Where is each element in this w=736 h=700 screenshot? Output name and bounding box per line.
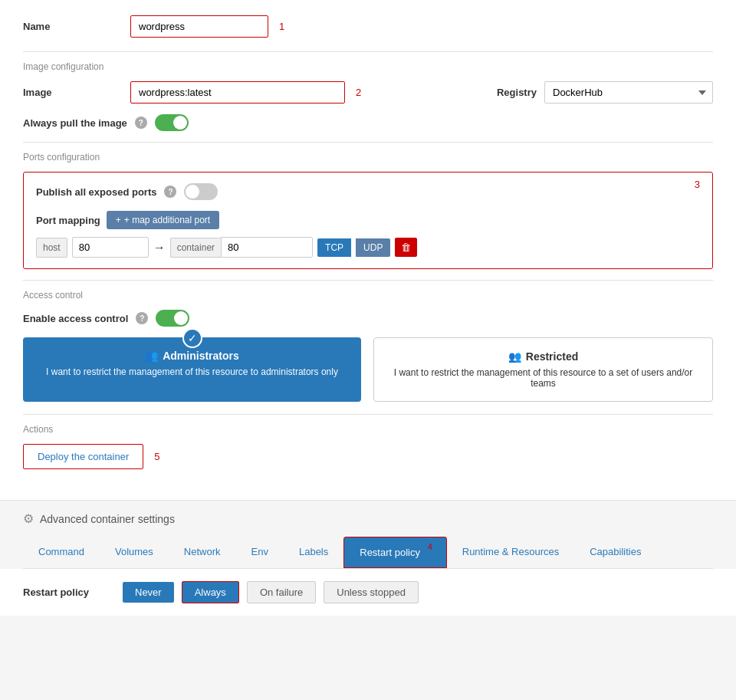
host-label: host xyxy=(36,238,67,258)
annotation-2: 2 xyxy=(356,87,361,98)
image-input[interactable] xyxy=(130,81,345,104)
registry-label: Registry xyxy=(497,87,537,98)
tab-volumes[interactable]: Volumes xyxy=(100,537,169,568)
name-input[interactable] xyxy=(130,15,268,38)
admin-card-title: 👥 Administrators xyxy=(35,350,349,362)
enable-access-label: Enable access control xyxy=(23,313,128,324)
port-mapping-label: Port mapping xyxy=(36,215,100,226)
plus-icon: + xyxy=(116,215,121,225)
always-pull-help-icon[interactable]: ? xyxy=(135,117,147,129)
admin-card-desc: I want to restrict the management of thi… xyxy=(35,366,349,377)
check-icon: ✓ xyxy=(182,328,202,348)
annotation-1: 1 xyxy=(279,21,284,32)
restart-policy-section: Restart policy Never Always On failure U… xyxy=(0,569,736,616)
host-port-input[interactable] xyxy=(72,237,149,258)
annotation-4: 4 xyxy=(428,542,432,551)
map-additional-port-button[interactable]: + + map additional port xyxy=(107,211,219,229)
gear-icon: ⚙ xyxy=(23,511,34,526)
annotation-3: 3 xyxy=(695,179,700,190)
advanced-title: ⚙ Advanced container settings xyxy=(23,511,713,526)
restart-unless-stopped-button[interactable]: Unless stopped xyxy=(324,581,419,603)
restart-always-button[interactable]: Always xyxy=(182,581,239,603)
access-cards: ✓ 👥 Administrators I want to restrict th… xyxy=(23,337,713,402)
container-label: container xyxy=(170,238,221,258)
image-config-label: Image configuration xyxy=(23,61,713,72)
restricted-card[interactable]: 👥 Restricted I want to restrict the mana… xyxy=(373,337,713,402)
always-pull-toggle[interactable] xyxy=(155,114,189,131)
restart-never-button[interactable]: Never xyxy=(123,582,174,603)
tcp-button[interactable]: TCP xyxy=(317,238,351,257)
tab-capabilities[interactable]: Capabilities xyxy=(574,537,656,568)
restricted-card-title: 👥 Restricted xyxy=(386,350,700,363)
tabs-row: Command Volumes Network Env Labels Resta… xyxy=(23,537,713,569)
restart-on-failure-button[interactable]: On failure xyxy=(247,581,316,603)
tab-labels[interactable]: Labels xyxy=(284,537,343,568)
tab-network[interactable]: Network xyxy=(169,537,236,568)
ports-config-label: Ports configuration xyxy=(23,152,713,163)
publish-label: Publish all exposed ports xyxy=(36,186,156,198)
name-label: Name xyxy=(23,21,123,32)
advanced-settings-section: ⚙ Advanced container settings Command Vo… xyxy=(0,500,736,569)
restricted-card-desc: I want to restrict the management of thi… xyxy=(386,367,700,389)
map-port-btn-label: + map additional port xyxy=(124,215,210,225)
tab-command[interactable]: Command xyxy=(23,537,100,568)
restart-policy-row: Restart policy Never Always On failure U… xyxy=(23,581,713,603)
enable-access-help-icon[interactable]: ? xyxy=(136,312,148,324)
access-control-label: Access control xyxy=(23,290,713,301)
publish-toggle[interactable] xyxy=(184,183,218,200)
always-pull-label: Always pull the image xyxy=(23,117,127,129)
publish-help-icon[interactable]: ? xyxy=(164,186,176,198)
tab-runtime-resources[interactable]: Runtime & Resources xyxy=(447,537,574,568)
restart-policy-label: Restart policy xyxy=(23,587,115,598)
deploy-container-button[interactable]: Deploy the container xyxy=(23,444,143,469)
container-port-input[interactable] xyxy=(221,237,313,258)
ports-config-box: 3 Publish all exposed ports ? Port mappi… xyxy=(23,172,713,269)
admin-card[interactable]: ✓ 👥 Administrators I want to restrict th… xyxy=(23,337,361,402)
arrow-icon: → xyxy=(153,241,166,255)
annotation-5: 5 xyxy=(154,451,159,462)
image-label: Image xyxy=(23,87,123,98)
tab-restart-policy[interactable]: Restart policy 4 xyxy=(343,537,447,568)
delete-port-button[interactable]: 🗑 xyxy=(395,238,417,257)
enable-access-toggle[interactable] xyxy=(156,310,189,327)
actions-label: Actions xyxy=(23,424,713,435)
tab-env[interactable]: Env xyxy=(236,537,284,568)
restricted-icon: 👥 xyxy=(508,350,521,363)
registry-select[interactable]: DockerHub xyxy=(544,81,713,104)
udp-button[interactable]: UDP xyxy=(356,238,390,257)
admin-icon: 👥 xyxy=(145,350,158,362)
